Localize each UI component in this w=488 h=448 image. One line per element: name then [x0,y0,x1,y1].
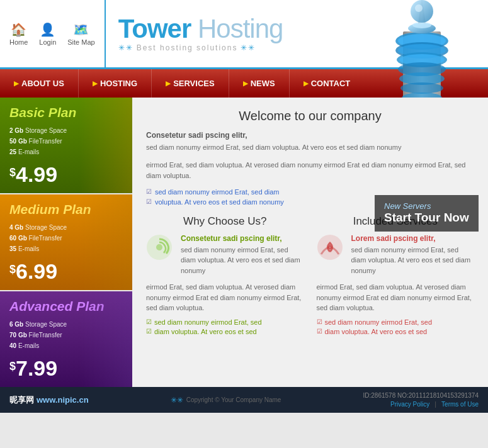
nav-services-label: SERVICES [173,79,215,88]
footer-pipe: | [434,400,436,408]
advanced-plan[interactable]: Advanced Plan 6 Gb Storage Space 70 Gb F… [0,291,132,387]
why-title: Why Choose Us? [146,215,304,228]
start-tour-banner[interactable]: New Servers Start Tour Now [375,195,479,232]
services-link-2[interactable]: ☑ diam voluptua. At vero eos et sed [317,328,475,335]
logo-tower: Tower [118,14,191,43]
why-check-1: ☑ [146,318,152,325]
services-text: Lorem sadi pscing elitr, sed diam nonumy… [351,234,475,280]
why-content: Consetetur sadi pscing elitr, sed diam n… [146,234,304,280]
basic-plan-bg [79,98,132,193]
tower-graphic-area [331,0,488,67]
services-bold: Lorem sadi pscing elitr, [351,234,475,243]
footer-right: ID:2861578 NO:20111218104153291374 Priva… [363,392,479,408]
why-link-text-2: diam voluptua. At vero eos et sed [154,328,257,335]
why-text2: eirmod Erat, sed diam voluptua. At veros… [146,282,304,313]
nav-hosting-label: HOSTING [100,79,137,88]
link-text-2: voluptua. At vero eos et sed diam nonumy [155,198,284,206]
link-checkbox-2: ☑ [146,198,152,205]
link-text-1: sed diam nonumy eirmod Erat, sed diam [155,188,279,196]
arrow-icon-2: ▶ [93,80,98,87]
nav-about[interactable]: ▶ ABOUT US [0,69,79,98]
phone-icon [146,234,173,260]
svg-point-16 [412,22,431,28]
svg-point-12 [400,82,443,94]
why-link-2[interactable]: ☑ diam voluptua. At vero eos et sed [146,328,304,335]
services-section: Included Services Lorem sadi pscing elit… [317,215,475,335]
advanced-plan-bg [79,291,132,387]
services-check-1: ☑ [317,318,322,325]
deco-right: ✳✳ [241,43,256,52]
nav-about-label: ABOUT US [21,79,64,88]
why-check-2: ☑ [146,328,152,335]
basic-plan[interactable]: Basic Plan 2 Gb Storage Space 50 Gb File… [0,98,132,193]
main-area: Basic Plan 2 Gb Storage Space 50 Gb File… [0,98,488,387]
arrow-icon-4: ▶ [243,80,248,87]
footer: 昵享网 www.nipic.cn ✳✳ Copyright © Your Com… [0,387,488,413]
logo-title: Tower Hosting [118,16,283,42]
nav-login[interactable]: 👤 Login [39,22,56,46]
svg-point-17 [411,0,433,23]
footer-logo-area: 昵享网 www.nipic.cn [9,395,89,406]
nav-sitemap[interactable]: 🗺️ Site Map [67,22,94,46]
services-link-text-1: sed diam nonumy eirmod Erat, sed [325,318,433,326]
svg-point-18 [415,4,423,12]
logo-tagline: ✳✳ Best hosting solutions ✳✳ [118,43,283,52]
nav-news-label: NEWS [251,79,275,88]
bottom-two-col: Why Choose Us? Consetetur sadi pscing el… [146,215,474,335]
deco-left: ✳✳ [118,43,133,52]
header-nav: 🏠 Home 👤 Login 🗺️ Site Map [0,0,106,67]
nav-home-label: Home [9,38,28,46]
footer-center: ✳✳ Copyright © Your Company Name [98,396,354,405]
footer-id: ID:2861578 NO:20111218104153291374 [363,392,479,399]
why-text: Consetetur sadi pscing elitr, sed diam n… [181,234,304,280]
logo-area: Tower Hosting ✳✳ Best hosting solutions … [106,0,296,67]
nav-sitemap-label: Site Map [67,38,94,46]
services-content: Lorem sadi pscing elitr, sed diam nonumy… [317,234,475,280]
deco-footer: ✳✳ [171,396,183,405]
footer-privacy-link[interactable]: Privacy Policy [390,401,429,408]
signal-icon [317,234,343,260]
nav-home[interactable]: 🏠 Home [9,22,28,46]
tour-cta-label: Start Tour Now [384,211,469,225]
services-link-1[interactable]: ☑ sed diam nonumy eirmod Erat, sed [317,318,475,326]
login-icon: 👤 [40,22,55,37]
why-choose-section: Why Choose Us? Consetetur sadi pscing el… [146,215,304,335]
medium-plan-bg [79,194,132,290]
content-area: Welcome to our company Consetetur sadi p… [132,98,488,387]
intro-text2: eirmod Erat, sed diam voluptua. At veros… [146,160,474,182]
footer-logo-text: 昵享网 [9,395,34,406]
intro-bold: Consetetur sadi pscing elitr, [146,131,474,140]
footer-copyright: Copyright © Your Company Name [186,396,281,403]
tagline-text: Best hosting solutions [137,43,238,52]
nav-login-label: Login [39,38,56,46]
nav-services[interactable]: ▶ SERVICES [152,69,229,98]
arrow-icon-1: ▶ [14,80,19,87]
svg-point-20 [156,244,162,250]
nav-news[interactable]: ▶ NEWS [229,69,290,98]
why-link-1[interactable]: ☑ sed diam nonumy eirmod Erat, sed [146,318,304,326]
why-bold: Consetetur sadi pscing elitr, [181,234,304,243]
footer-links: Privacy Policy | Terms of Use [390,400,479,408]
footer-url: www.nipic.cn [37,395,89,405]
nav-hosting[interactable]: ▶ HOSTING [79,69,152,98]
services-link-text-2: diam voluptua. At vero eos et sed [325,328,428,335]
why-link-text-1: sed diam nonumy eirmod Erat, sed [154,318,262,326]
sitemap-icon: 🗺️ [73,22,89,37]
sidebar: Basic Plan 2 Gb Storage Space 50 Gb File… [0,98,132,387]
logo-hosting: Hosting [198,14,283,43]
intro-text1: sed diam nonumy eirmod Erat, sed diam vo… [146,142,474,154]
why-icon [146,234,174,280]
arrow-icon-5: ▶ [304,80,309,87]
header: 🏠 Home 👤 Login 🗺️ Site Map Tower Hosting… [0,0,488,69]
welcome-title: Welcome to our company [146,109,474,123]
services-text2: eirmod Erat, sed diam voluptua. At veros… [317,282,475,313]
services-icon [317,234,345,280]
arrow-icon-3: ▶ [166,80,171,87]
content-link-1[interactable]: ☑ sed diam nonumy eirmod Erat, sed diam [146,188,474,196]
medium-plan[interactable]: Medium Plan 4 Gb Storage Space 60 Gb Fil… [0,194,132,290]
home-icon: 🏠 [11,22,26,37]
services-text1: sed diam nonumy eirmod Erat, sed diam vo… [351,245,475,276]
footer-terms-link[interactable]: Terms of Use [441,401,479,408]
why-text1: sed diam nonumy eirmod Erat, sed diam vo… [181,245,304,276]
tour-new-label: New Servers [384,201,469,211]
